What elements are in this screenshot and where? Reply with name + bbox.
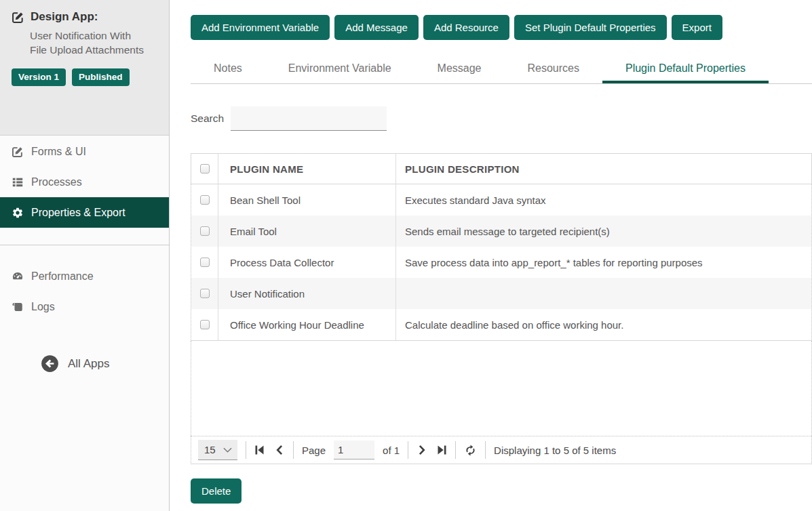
footer-actions: Delete bbox=[191, 478, 812, 504]
plugin-description: Save process data into app_report_* tabl… bbox=[396, 247, 811, 278]
tab-environment-variable[interactable]: Environment Variable bbox=[265, 54, 414, 83]
sidebar-item-forms-ui[interactable]: Forms & UI bbox=[0, 136, 169, 167]
plugin-name: Office Working Hour Deadline bbox=[218, 309, 396, 340]
select-all-checkbox[interactable] bbox=[200, 164, 210, 173]
tachometer-icon bbox=[12, 270, 24, 283]
row-checkbox[interactable] bbox=[200, 258, 210, 267]
first-page-button[interactable] bbox=[254, 445, 265, 455]
chevron-right-icon bbox=[417, 445, 427, 455]
pager-divider bbox=[485, 441, 486, 459]
plugin-name: Process Data Collector bbox=[218, 247, 396, 278]
first-page-icon bbox=[254, 445, 265, 455]
page-size-value: 15 bbox=[204, 444, 216, 455]
last-page-icon bbox=[436, 445, 447, 455]
tab-bar: Notes Environment Variable Message Resou… bbox=[191, 54, 812, 84]
chevron-left-icon bbox=[275, 445, 285, 455]
list-icon bbox=[12, 176, 24, 188]
next-page-button[interactable] bbox=[417, 445, 427, 455]
page-size-select[interactable]: 15 bbox=[198, 440, 237, 460]
plugin-table: PLUGIN NAME PLUGIN DESCRIPTION Bean Shel… bbox=[191, 153, 812, 464]
app-header: Design App: User Notification With File … bbox=[0, 0, 169, 136]
search-label: Search bbox=[191, 113, 224, 125]
sidebar-item-performance[interactable]: Performance bbox=[0, 261, 169, 291]
row-checkbox[interactable] bbox=[200, 289, 210, 298]
sidebar-item-processes[interactable]: Processes bbox=[0, 167, 169, 197]
sidebar: Design App: User Notification With File … bbox=[0, 0, 170, 511]
table-body: Bean Shell Tool Executes standard Java s… bbox=[191, 184, 812, 341]
sidebar-item-label: Logs bbox=[31, 301, 55, 313]
plugin-description: Sends email message to targeted recipien… bbox=[396, 216, 811, 247]
sidebar-item-label: Properties & Export bbox=[31, 207, 125, 219]
row-checkbox[interactable] bbox=[200, 320, 210, 329]
previous-page-button[interactable] bbox=[275, 445, 285, 455]
all-apps-label: All Apps bbox=[68, 357, 109, 371]
add-resource-button[interactable]: Add Resource bbox=[423, 15, 509, 40]
sidebar-item-label: Processes bbox=[31, 176, 82, 188]
table-header: PLUGIN NAME PLUGIN DESCRIPTION bbox=[191, 153, 812, 184]
plugin-name: Bean Shell Tool bbox=[218, 184, 396, 216]
table-row[interactable]: Bean Shell Tool Executes standard Java s… bbox=[191, 184, 811, 216]
plugin-description bbox=[396, 278, 811, 309]
search-row: Search bbox=[191, 106, 812, 131]
add-message-button[interactable]: Add Message bbox=[334, 15, 419, 40]
edit-icon bbox=[12, 146, 24, 158]
column-header-plugin-description: PLUGIN DESCRIPTION bbox=[396, 154, 811, 184]
table-row[interactable]: Email Tool Sends email message to target… bbox=[191, 216, 811, 247]
pager-divider bbox=[293, 441, 294, 459]
gear-icon bbox=[12, 207, 24, 219]
pager-divider bbox=[408, 441, 408, 459]
sidebar-item-label: Performance bbox=[31, 270, 94, 283]
sidebar-item-all-apps[interactable]: All Apps bbox=[41, 354, 169, 373]
plugin-description: Calculate deadline based on office worki… bbox=[396, 309, 811, 340]
tab-plugin-default-properties[interactable]: Plugin Default Properties bbox=[602, 54, 769, 83]
sidebar-item-label: Forms & UI bbox=[31, 146, 86, 158]
tab-resources[interactable]: Resources bbox=[505, 54, 602, 83]
edit-app-icon bbox=[12, 11, 24, 24]
pagination-summary: Displaying 1 to 5 of 5 items bbox=[494, 445, 616, 456]
version-badge: Version 1 bbox=[12, 68, 66, 86]
table-row[interactable]: User Notification bbox=[191, 278, 811, 309]
published-badge: Published bbox=[72, 68, 130, 86]
delete-button[interactable]: Delete bbox=[191, 478, 241, 504]
toolbar: Add Environment Variable Add Message Add… bbox=[170, 0, 812, 40]
pager-divider bbox=[455, 441, 456, 459]
arrow-circle-left-icon bbox=[41, 354, 59, 373]
tab-message[interactable]: Message bbox=[414, 54, 505, 83]
table-row[interactable]: Office Working Hour Deadline Calculate d… bbox=[191, 309, 811, 340]
row-checkbox[interactable] bbox=[200, 226, 210, 236]
export-button[interactable]: Export bbox=[672, 15, 722, 40]
page-total-label: of 1 bbox=[383, 445, 400, 456]
app-name: User Notification With File Upload Attac… bbox=[30, 28, 149, 57]
sidebar-item-logs[interactable]: Logs bbox=[0, 291, 169, 322]
chevron-down-icon bbox=[223, 447, 232, 453]
plugin-name: Email Tool bbox=[218, 216, 396, 247]
search-input[interactable] bbox=[231, 106, 387, 131]
main-content: Add Environment Variable Add Message Add… bbox=[170, 0, 812, 511]
table-empty-area bbox=[191, 341, 812, 436]
last-page-button[interactable] bbox=[436, 445, 447, 455]
page-number-input[interactable] bbox=[334, 441, 374, 459]
column-header-plugin-name: PLUGIN NAME bbox=[218, 154, 396, 184]
plugin-description: Executes standard Java syntax bbox=[396, 184, 811, 216]
tab-notes[interactable]: Notes bbox=[191, 54, 265, 83]
add-environment-variable-button[interactable]: Add Environment Variable bbox=[191, 15, 330, 40]
logs-icon bbox=[12, 301, 24, 313]
pagination-bar: 15 Page of bbox=[191, 436, 812, 464]
sidebar-item-properties-export[interactable]: Properties & Export bbox=[0, 197, 169, 228]
sidebar-menu: Forms & UI Processes Properties & Export bbox=[0, 136, 169, 373]
design-app-title: Design App: bbox=[31, 10, 98, 24]
page-label: Page bbox=[302, 445, 326, 456]
set-plugin-default-properties-button[interactable]: Set Plugin Default Properties bbox=[514, 15, 667, 40]
plugin-name: User Notification bbox=[218, 278, 396, 309]
refresh-button[interactable] bbox=[464, 444, 477, 457]
refresh-icon bbox=[464, 444, 477, 457]
pager-divider bbox=[246, 441, 246, 459]
table-row[interactable]: Process Data Collector Save process data… bbox=[191, 247, 811, 278]
row-checkbox[interactable] bbox=[200, 195, 210, 205]
